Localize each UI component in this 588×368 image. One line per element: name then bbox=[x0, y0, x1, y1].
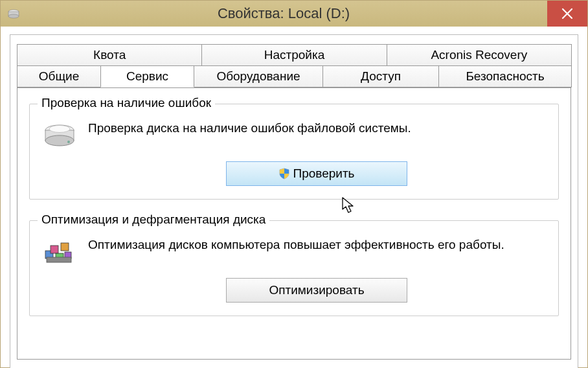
tab-tools[interactable]: Сервис bbox=[100, 65, 194, 87]
button-row: Проверить bbox=[43, 161, 545, 186]
check-button-label: Проверить bbox=[293, 167, 354, 181]
check-button[interactable]: Проверить bbox=[226, 161, 407, 186]
group-row: Проверка диска на наличие ошибок файлово… bbox=[43, 120, 545, 150]
svg-point-7 bbox=[67, 141, 70, 143]
drive-icon bbox=[7, 8, 20, 19]
groupbox-error-check: Проверка на наличие ошибок Проверка диск… bbox=[29, 104, 559, 200]
groupbox-error-check-title: Проверка на наличие ошибок bbox=[38, 96, 215, 110]
defrag-icon bbox=[43, 239, 76, 266]
group-row: Оптимизация дисков компьютера повышает э… bbox=[43, 236, 545, 266]
tab-quota[interactable]: Квота bbox=[17, 44, 202, 66]
error-check-description: Проверка диска на наличие ошибок файлово… bbox=[88, 120, 411, 137]
svg-rect-13 bbox=[47, 257, 71, 262]
content-wrapper: Квота Настройка Acronis Recovery Общие С… bbox=[1, 27, 587, 368]
svg-point-2 bbox=[8, 14, 19, 18]
groupbox-optimize: Оптимизация и дефрагментация диска Оптим… bbox=[29, 220, 559, 316]
close-button[interactable] bbox=[547, 1, 587, 27]
button-row: Оптимизировать bbox=[43, 278, 545, 303]
content-panel: Квота Настройка Acronis Recovery Общие С… bbox=[10, 34, 578, 368]
tab-sharing[interactable]: Доступ bbox=[322, 65, 439, 87]
groupbox-optimize-title: Оптимизация и дефрагментация диска bbox=[38, 213, 269, 227]
optimize-button[interactable]: Оптимизировать bbox=[226, 278, 407, 303]
titlebar: Свойства: Local (D:) bbox=[1, 1, 587, 27]
svg-point-5 bbox=[45, 135, 74, 146]
tab-hardware[interactable]: Оборудование bbox=[194, 65, 323, 87]
window-title: Свойства: Local (D:) bbox=[20, 5, 547, 22]
tab-general[interactable]: Общие bbox=[17, 65, 101, 87]
svg-point-6 bbox=[49, 126, 70, 133]
uac-shield-icon bbox=[278, 168, 290, 179]
optimize-button-label: Оптимизировать bbox=[269, 283, 364, 297]
optimize-description: Оптимизация дисков компьютера повышает э… bbox=[88, 236, 504, 253]
tab-row-2: Общие Сервис Оборудование Доступ Безопас… bbox=[17, 65, 571, 87]
tab-settings[interactable]: Настройка bbox=[201, 44, 387, 66]
svg-rect-9 bbox=[51, 246, 58, 253]
tools-pane: Проверка на наличие ошибок Проверка диск… bbox=[17, 87, 571, 360]
drive-check-icon bbox=[43, 122, 76, 150]
tab-row-1: Квота Настройка Acronis Recovery bbox=[17, 44, 571, 66]
properties-window: Свойства: Local (D:) Квота Настройка Acr… bbox=[0, 0, 588, 368]
svg-rect-11 bbox=[61, 243, 69, 251]
tab-acronis[interactable]: Acronis Recovery bbox=[387, 44, 572, 66]
tab-security[interactable]: Безопасность bbox=[438, 65, 572, 87]
